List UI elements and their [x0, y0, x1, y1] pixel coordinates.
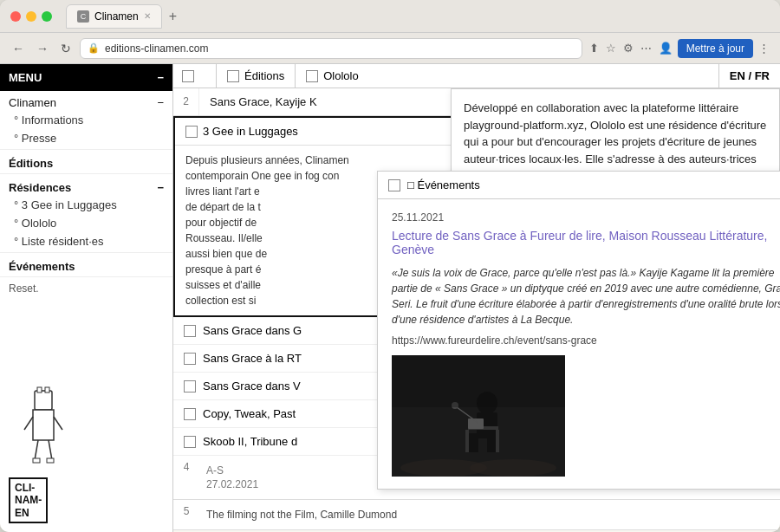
lock-icon: 🔒: [88, 42, 100, 54]
menu-label: MENU: [9, 71, 42, 84]
refresh-button[interactable]: ↻: [57, 40, 75, 57]
svg-line-3: [54, 417, 62, 430]
svg-point-12: [470, 459, 556, 477]
row-sub-text: 27.02.2021: [206, 478, 391, 490]
evenements-header-label: □ Événements: [407, 178, 480, 191]
sidebar-item-clinamen[interactable]: Clinamen −: [0, 91, 172, 111]
nav-actions: ⬆ ☆ ⚙ ⋯ 👤 Mettre à jour ⋮: [588, 39, 771, 58]
reset-button[interactable]: Reset.: [0, 279, 172, 298]
3gee-label: ° 3 Gee in Luggages: [14, 198, 117, 211]
new-tab-button[interactable]: +: [166, 9, 180, 24]
residences-collapse-icon[interactable]: −: [157, 181, 164, 194]
content-area: MENU − Clinamen − ° Informations ° Press…: [0, 64, 780, 532]
close-button[interactable]: [10, 11, 21, 22]
filter-editions-label: Éditions: [244, 69, 284, 82]
filter-olololo-tag[interactable]: Olololo: [296, 64, 718, 88]
evenements-panel-header: □ Événements: [378, 172, 780, 199]
event-image: [392, 355, 565, 477]
evenements-panel: □ Événements 25.11.2021 Lecture de Sans …: [377, 171, 780, 490]
address-bar[interactable]: 🔒 editions-clinamen.com: [80, 38, 582, 59]
svg-rect-0: [35, 391, 52, 410]
menu-button[interactable]: ⋮: [757, 40, 771, 56]
sidebar-illustration: CLI-NAM-EN: [0, 298, 172, 532]
presse-item-text-5: Skoob II, Tribune d: [203, 435, 297, 448]
svg-line-4: [35, 440, 38, 460]
svg-rect-18: [465, 430, 469, 452]
tab-close-button[interactable]: ✕: [144, 11, 151, 21]
content-rows: Développé en collaboration avec la plate…: [173, 88, 780, 532]
svg-rect-19: [496, 430, 499, 452]
character-illustration: [9, 365, 95, 477]
residences-label: Résidences: [9, 181, 71, 194]
olololo-label: ° Olololo: [14, 217, 56, 230]
sidebar-item-editions[interactable]: Éditions: [0, 152, 172, 172]
event-title: Lecture de Sans Grace à Fureur de lire, …: [392, 229, 780, 256]
divider-2: [0, 173, 172, 174]
presse-checkbox-3[interactable]: [184, 380, 196, 393]
browser-tab[interactable]: C Clinamen ✕: [66, 4, 162, 29]
evenements-label: Événements: [9, 260, 75, 273]
clinamen-label: Clinamen: [9, 96, 56, 109]
presse-item-text-3: Sans Grace dans V: [203, 380, 301, 393]
presse-checkbox-5[interactable]: [184, 436, 196, 448]
sidebar-item-liste[interactable]: ° Liste résident·es: [0, 232, 172, 250]
filter-all-checkbox-cell[interactable]: [173, 64, 217, 88]
event-photo: [392, 355, 565, 477]
filter-editions-tag[interactable]: Éditions: [217, 64, 296, 88]
sidebar-item-presse[interactable]: ° Presse: [0, 129, 172, 147]
nav-bar: ← → ↻ 🔒 editions-clinamen.com ⬆ ☆ ⚙ ⋯ 👤 …: [0, 33, 780, 64]
update-button[interactable]: Mettre à jour: [678, 39, 753, 58]
highlighted-checkbox[interactable]: [185, 126, 198, 138]
sidebar-item-evenements[interactable]: Événements: [0, 255, 172, 275]
sidebar-item-olololo[interactable]: ° Olololo: [0, 214, 172, 232]
event-link[interactable]: https://www.fureurdelire.ch/event/sans-g…: [392, 334, 780, 347]
more-button[interactable]: ⋯: [639, 40, 653, 56]
forward-button[interactable]: →: [33, 40, 52, 57]
maximize-button[interactable]: [42, 11, 52, 22]
filter-olololo-checkbox[interactable]: [306, 70, 318, 82]
browser-window: C Clinamen ✕ + ← → ↻ 🔒 editions-clinamen…: [0, 0, 780, 532]
svg-rect-6: [33, 458, 40, 463]
presse-checkbox-4[interactable]: [184, 408, 196, 420]
lang-switcher-label: EN / FR: [730, 69, 770, 82]
presse-item-text: Sans Grace dans G: [203, 324, 302, 337]
minimize-button[interactable]: [26, 11, 36, 22]
svg-rect-23: [392, 355, 565, 407]
tab-title: Clinamen: [94, 10, 139, 23]
sidebar-item-informations[interactable]: ° Informations: [0, 111, 172, 129]
filter-olololo-label: Olololo: [323, 69, 358, 82]
presse-checkbox-2[interactable]: [184, 353, 196, 365]
presse-checkbox[interactable]: [184, 325, 196, 337]
row-number: 2: [173, 88, 199, 115]
sidebar-item-3gee[interactable]: ° 3 Gee in Luggages: [0, 196, 172, 214]
clinamen-collapse-icon[interactable]: −: [157, 96, 164, 109]
svg-line-5: [49, 440, 52, 460]
row-content-4: A-S 27.02.2021: [199, 461, 398, 494]
row-number-4: 4: [173, 461, 199, 473]
extensions-button[interactable]: ⚙: [621, 40, 635, 56]
sidebar-item-residences[interactable]: Résidences −: [0, 176, 172, 196]
traffic-lights: [10, 11, 52, 22]
lang-switcher[interactable]: EN / FR: [718, 64, 780, 88]
bookmark-button[interactable]: ☆: [604, 40, 618, 56]
profile-button[interactable]: 👤: [657, 40, 674, 56]
filter-editions-checkbox[interactable]: [227, 70, 239, 82]
row-number-5: 5: [173, 505, 199, 517]
highlighted-title-text: 3 Gee in Luggages: [203, 125, 298, 138]
evenements-checkbox[interactable]: [388, 179, 400, 191]
sidebar: MENU − Clinamen − ° Informations ° Press…: [0, 64, 173, 532]
svg-rect-15: [468, 433, 478, 452]
tab-favicon: C: [77, 10, 89, 23]
back-button[interactable]: ←: [9, 40, 28, 57]
sidebar-header: MENU −: [0, 64, 172, 91]
row-sub-date: A-S: [206, 464, 391, 477]
menu-collapse-icon[interactable]: −: [157, 71, 164, 84]
clinamen-logo: CLI-NAM-EN: [9, 477, 48, 523]
informations-label: ° Informations: [14, 114, 83, 127]
tab-bar: C Clinamen ✕ +: [66, 4, 770, 29]
title-bar: C Clinamen ✕ +: [0, 0, 780, 33]
share-button[interactable]: ⬆: [588, 40, 601, 56]
event-description: «Je suis la voix de Grace, parce qu'elle…: [392, 265, 780, 328]
filter-all-checkbox[interactable]: [182, 70, 194, 82]
divider-4: [0, 276, 172, 277]
